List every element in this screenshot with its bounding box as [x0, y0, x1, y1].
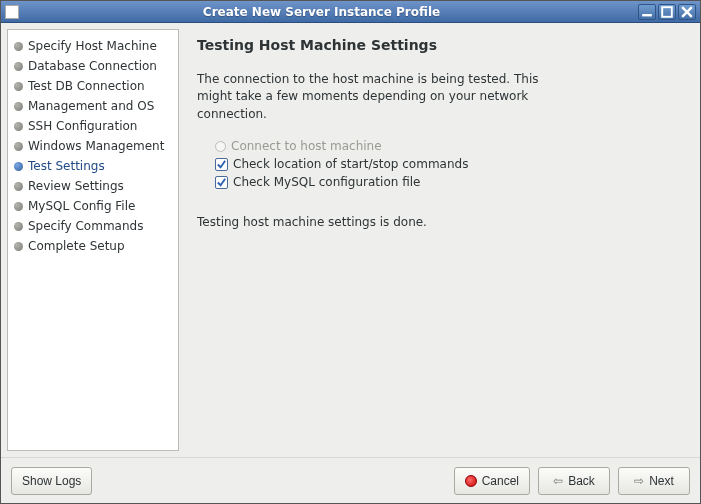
- window-controls: [638, 4, 696, 20]
- step-bullet-icon: [14, 162, 23, 171]
- sidebar-item-ssh-configuration[interactable]: SSH Configuration: [12, 116, 174, 136]
- sidebar-item-label: Complete Setup: [28, 239, 125, 253]
- sidebar-item-review-settings[interactable]: Review Settings: [12, 176, 174, 196]
- close-icon: [679, 4, 695, 20]
- sidebar-item-management-and-os[interactable]: Management and OS: [12, 96, 174, 116]
- sidebar-item-specify-commands[interactable]: Specify Commands: [12, 216, 174, 236]
- sidebar-item-label: Windows Management: [28, 139, 164, 153]
- sidebar-item-database-connection[interactable]: Database Connection: [12, 56, 174, 76]
- back-arrow-icon: ⇦: [553, 474, 563, 488]
- step-bullet-icon: [14, 122, 23, 131]
- sidebar-item-label: Test Settings: [28, 159, 105, 173]
- status-text: Testing host machine settings is done.: [197, 215, 682, 229]
- checkmark-icon: [215, 158, 228, 171]
- cancel-button[interactable]: Cancel: [454, 467, 530, 495]
- step-bullet-icon: [14, 42, 23, 51]
- wizard-window: Create New Server Instance Profile Speci…: [0, 0, 701, 504]
- sidebar-item-specify-host-machine[interactable]: Specify Host Machine: [12, 36, 174, 56]
- sidebar-item-label: SSH Configuration: [28, 119, 137, 133]
- maximize-icon: [659, 4, 675, 20]
- step-bullet-icon: [14, 222, 23, 231]
- next-arrow-icon: ⇨: [634, 474, 644, 488]
- cancel-label: Cancel: [482, 474, 519, 488]
- sidebar-item-label: Management and OS: [28, 99, 154, 113]
- next-button[interactable]: ⇨ Next: [618, 467, 690, 495]
- sidebar-item-label: MySQL Config File: [28, 199, 135, 213]
- back-label: Back: [568, 474, 595, 488]
- svg-rect-1: [662, 7, 672, 17]
- minimize-icon: [639, 4, 655, 20]
- sidebar-item-label: Specify Host Machine: [28, 39, 157, 53]
- check-row: Check MySQL configuration file: [197, 173, 682, 191]
- sidebar-item-complete-setup[interactable]: Complete Setup: [12, 236, 174, 256]
- step-bullet-icon: [14, 102, 23, 111]
- sidebar-item-label: Test DB Connection: [28, 79, 145, 93]
- page-description: The connection to the host machine is be…: [197, 71, 577, 123]
- checkmark-icon: [215, 176, 228, 189]
- content-area: Specify Host MachineDatabase ConnectionT…: [1, 23, 700, 457]
- sidebar-item-windows-management[interactable]: Windows Management: [12, 136, 174, 156]
- next-label: Next: [649, 474, 674, 488]
- check-label: Check location of start/stop commands: [233, 157, 468, 171]
- sidebar-item-label: Review Settings: [28, 179, 124, 193]
- radio-empty-icon: [215, 141, 226, 152]
- main-panel: Testing Host Machine Settings The connec…: [179, 23, 700, 457]
- check-row: Connect to host machine: [197, 137, 682, 155]
- check-list: Connect to host machineCheck location of…: [197, 137, 682, 191]
- titlebar: Create New Server Instance Profile: [1, 1, 700, 23]
- step-bullet-icon: [14, 242, 23, 251]
- sidebar-item-mysql-config-file[interactable]: MySQL Config File: [12, 196, 174, 216]
- minimize-button[interactable]: [638, 4, 656, 20]
- check-row: Check location of start/stop commands: [197, 155, 682, 173]
- sidebar-item-label: Database Connection: [28, 59, 157, 73]
- close-button[interactable]: [678, 4, 696, 20]
- sidebar-item-test-db-connection[interactable]: Test DB Connection: [12, 76, 174, 96]
- step-bullet-icon: [14, 202, 23, 211]
- wizard-steps-sidebar: Specify Host MachineDatabase ConnectionT…: [7, 29, 179, 451]
- step-bullet-icon: [14, 82, 23, 91]
- cancel-icon: [465, 475, 477, 487]
- step-bullet-icon: [14, 62, 23, 71]
- maximize-button[interactable]: [658, 4, 676, 20]
- footer-bar: Show Logs Cancel ⇦ Back ⇨ Next: [1, 457, 700, 503]
- sidebar-item-label: Specify Commands: [28, 219, 143, 233]
- back-button[interactable]: ⇦ Back: [538, 467, 610, 495]
- page-heading: Testing Host Machine Settings: [197, 37, 682, 53]
- step-bullet-icon: [14, 142, 23, 151]
- sidebar-item-test-settings[interactable]: Test Settings: [12, 156, 174, 176]
- check-label: Check MySQL configuration file: [233, 175, 420, 189]
- step-bullet-icon: [14, 182, 23, 191]
- window-title: Create New Server Instance Profile: [5, 5, 638, 19]
- check-label: Connect to host machine: [231, 139, 382, 153]
- show-logs-label: Show Logs: [22, 474, 81, 488]
- show-logs-button[interactable]: Show Logs: [11, 467, 92, 495]
